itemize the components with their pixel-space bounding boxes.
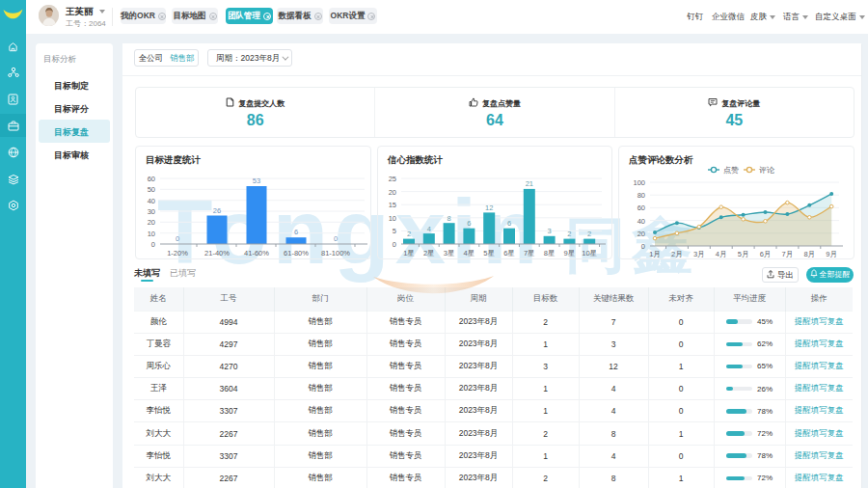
- svg-text:60: 60: [148, 175, 155, 183]
- svg-text:0: 0: [641, 242, 645, 251]
- svg-text:20: 20: [389, 188, 396, 197]
- svg-text:9星: 9星: [564, 249, 576, 258]
- svg-text:6星: 6星: [503, 249, 515, 258]
- svg-text:60: 60: [637, 203, 645, 212]
- svg-text:30: 30: [148, 207, 155, 216]
- svg-text:15: 15: [389, 201, 396, 209]
- svg-text:0: 0: [151, 240, 155, 249]
- svg-text:6: 6: [294, 228, 298, 236]
- svg-text:10星: 10星: [582, 249, 597, 258]
- svg-text:2星: 2星: [423, 249, 435, 258]
- svg-text:12: 12: [485, 203, 493, 212]
- svg-text:3月: 3月: [693, 250, 705, 258]
- svg-text:1月: 1月: [649, 250, 661, 258]
- svg-text:61-80%: 61-80%: [284, 249, 309, 258]
- svg-text:6: 6: [507, 219, 511, 228]
- svg-text:4: 4: [427, 225, 431, 233]
- svg-text:2: 2: [407, 230, 411, 238]
- svg-text:0: 0: [393, 240, 396, 249]
- svg-text:3: 3: [548, 227, 552, 235]
- svg-text:26: 26: [213, 206, 221, 215]
- svg-text:1-20%: 1-20%: [167, 249, 188, 258]
- svg-text:6月: 6月: [760, 250, 772, 258]
- svg-text:40: 40: [148, 197, 155, 205]
- svg-text:8星: 8星: [544, 249, 556, 258]
- svg-text:20: 20: [637, 230, 645, 238]
- svg-text:10: 10: [389, 214, 396, 223]
- svg-text:0: 0: [176, 234, 179, 243]
- svg-text:1星: 1星: [403, 249, 415, 258]
- svg-text:80: 80: [637, 191, 645, 200]
- svg-text:50: 50: [148, 185, 155, 194]
- svg-text:53: 53: [253, 176, 260, 185]
- svg-text:2: 2: [587, 230, 591, 238]
- svg-text:7星: 7星: [524, 249, 535, 258]
- svg-text:5星: 5星: [483, 249, 495, 258]
- svg-text:100: 100: [633, 178, 645, 187]
- svg-text:0: 0: [334, 234, 338, 243]
- svg-text:9月: 9月: [826, 250, 837, 258]
- svg-text:10: 10: [148, 230, 155, 238]
- svg-text:6: 6: [467, 219, 471, 228]
- svg-text:点赞: 点赞: [723, 166, 739, 175]
- svg-text:2: 2: [567, 230, 571, 238]
- svg-text:4星: 4星: [464, 249, 475, 258]
- svg-text:4月: 4月: [716, 250, 727, 258]
- svg-text:41-60%: 41-60%: [244, 249, 269, 258]
- svg-text:8月: 8月: [803, 250, 815, 258]
- svg-text:5: 5: [393, 227, 396, 235]
- svg-text:评论: 评论: [759, 166, 774, 175]
- svg-text:5月: 5月: [738, 250, 749, 258]
- svg-text:25: 25: [389, 175, 396, 183]
- svg-text:40: 40: [637, 217, 645, 226]
- svg-text:21: 21: [526, 179, 533, 188]
- svg-text:3星: 3星: [444, 249, 455, 258]
- svg-text:20: 20: [148, 218, 155, 227]
- svg-text:8: 8: [448, 214, 451, 223]
- svg-text:7月: 7月: [782, 250, 794, 258]
- svg-text:81-100%: 81-100%: [321, 249, 350, 258]
- svg-text:21-40%: 21-40%: [204, 249, 230, 258]
- svg-text:2月: 2月: [671, 250, 683, 258]
